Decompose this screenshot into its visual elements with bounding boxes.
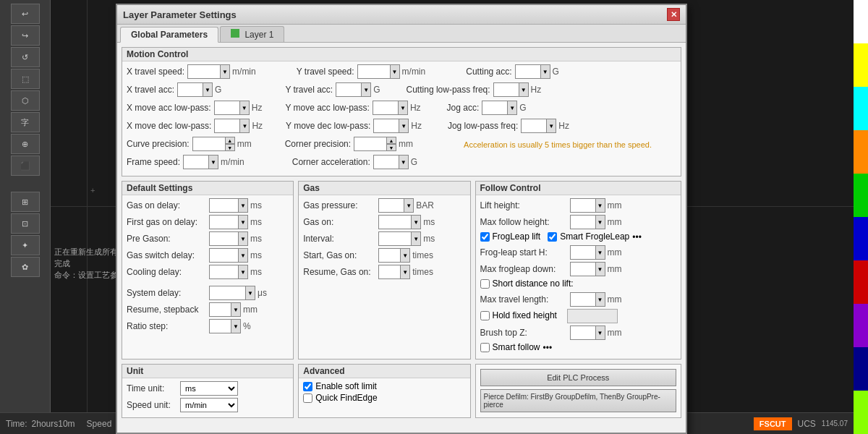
smart-follow-more[interactable]: ••• xyxy=(543,343,553,353)
color-red[interactable] xyxy=(854,260,868,304)
y-travel-speed-dropdown[interactable]: ▼ xyxy=(390,64,400,79)
cutting-low-pass-input[interactable]: 4 xyxy=(493,82,519,97)
smart-frogleap-checkbox[interactable] xyxy=(548,232,557,242)
x-travel-acc-input[interactable]: 1 xyxy=(177,82,203,97)
y-move-dec-dropdown[interactable]: ▼ xyxy=(399,119,409,133)
short-distance-label[interactable]: Short distance no lift: xyxy=(480,278,574,289)
toolbar-btn-1[interactable]: ↩ xyxy=(11,4,40,24)
toolbar-btn-10[interactable]: ⊡ xyxy=(11,213,40,234)
cutting-acc-input[interactable]: 2 xyxy=(515,64,540,79)
toolbar-btn-3[interactable]: ↺ xyxy=(11,47,40,67)
toolbar-btn-8[interactable]: ⬛ xyxy=(11,156,40,176)
color-dark-blue[interactable] xyxy=(854,347,868,391)
toolbar-btn-4[interactable]: ⬚ xyxy=(11,69,40,89)
max-follow-height-dropdown[interactable]: ▼ xyxy=(595,215,605,229)
resume-stepback-input[interactable]: 2 xyxy=(209,302,231,317)
cutting-low-pass-dropdown[interactable]: ▼ xyxy=(519,82,529,97)
interval-dropdown[interactable]: ▼ xyxy=(411,231,421,246)
gas-pressure-dropdown[interactable]: ▼ xyxy=(404,198,414,213)
edit-plc-button[interactable]: Edit PLC Process xyxy=(480,369,677,386)
time-unit-select[interactable]: ms xyxy=(180,381,238,396)
jog-low-pass-dropdown[interactable]: ▼ xyxy=(546,119,556,133)
y-move-acc-dropdown[interactable]: ▼ xyxy=(398,101,408,115)
y-move-acc-input[interactable]: 4 xyxy=(373,101,398,115)
enable-soft-limit-label[interactable]: Enable soft limit xyxy=(303,381,465,391)
toolbar-btn-6[interactable]: 字 xyxy=(11,112,40,132)
color-blue[interactable] xyxy=(854,217,868,260)
toolbar-btn-9[interactable]: ⊞ xyxy=(11,192,40,212)
toolbar-btn-11[interactable]: ✦ xyxy=(11,235,40,255)
close-button[interactable]: ✕ xyxy=(667,8,680,21)
x-travel-speed-input[interactable]: 50 xyxy=(187,64,220,79)
frog-leap-start-input[interactable]: 5 xyxy=(570,245,595,260)
system-delay-input[interactable]: 4214 xyxy=(209,286,245,300)
gas-on-input[interactable]: 2000 xyxy=(378,215,411,229)
smart-frogleap-more[interactable]: ••• xyxy=(632,232,642,242)
tab-global-parameters[interactable]: Global Parameters xyxy=(120,27,218,43)
interval-input[interactable]: 1000 xyxy=(378,231,411,246)
corner-precision-up[interactable]: ▲ xyxy=(386,137,396,144)
gas-pressure-input[interactable]: 5 xyxy=(378,198,404,213)
frog-leap-start-dropdown[interactable]: ▼ xyxy=(595,245,605,260)
cooling-delay-dropdown[interactable]: ▼ xyxy=(238,265,248,279)
hold-fixed-height-label[interactable]: Hold fixed height xyxy=(480,310,567,320)
resume-stepback-dropdown[interactable]: ▼ xyxy=(231,302,241,317)
pre-gason-dropdown[interactable]: ▼ xyxy=(238,231,248,246)
lift-height-dropdown[interactable]: ▼ xyxy=(595,198,605,213)
corner-precision-down[interactable]: ▼ xyxy=(386,144,396,151)
color-lime[interactable] xyxy=(854,391,868,434)
y-travel-acc-dropdown[interactable]: ▼ xyxy=(361,82,371,97)
cutting-acc-dropdown[interactable]: ▼ xyxy=(540,64,550,79)
color-purple[interactable] xyxy=(854,304,868,347)
speed-unit-select[interactable]: m/min xyxy=(180,398,238,412)
jog-acc-input[interactable]: 1.5 xyxy=(482,101,507,115)
fscut-button[interactable]: FSCUT xyxy=(754,417,792,430)
max-frogleap-down-dropdown[interactable]: ▼ xyxy=(595,262,605,276)
toolbar-btn-5[interactable]: ⬡ xyxy=(11,90,40,111)
color-cyan[interactable] xyxy=(854,87,868,130)
resume-gas-on-input[interactable]: 1 xyxy=(378,265,400,279)
lift-height-input[interactable]: 30 xyxy=(570,198,595,213)
first-gas-delay-input[interactable]: 150 xyxy=(209,215,238,229)
max-follow-height-input[interactable]: 8 xyxy=(570,215,595,229)
frame-speed-input[interactable]: 12 xyxy=(183,155,208,169)
max-travel-input[interactable]: 10 xyxy=(570,292,595,307)
quick-find-edge-checkbox[interactable] xyxy=(303,393,312,403)
toolbar-btn-7[interactable]: ⊕ xyxy=(11,134,40,154)
gas-on-delay-dropdown[interactable]: ▼ xyxy=(238,198,248,213)
color-white[interactable] xyxy=(854,0,868,43)
gas-switch-dropdown[interactable]: ▼ xyxy=(238,248,248,263)
y-travel-acc-input[interactable]: 1 xyxy=(336,82,361,97)
x-move-acc-dropdown[interactable]: ▼ xyxy=(239,101,250,115)
system-delay-dropdown[interactable]: ▼ xyxy=(245,286,255,300)
enable-soft-limit-checkbox[interactable] xyxy=(303,382,312,391)
pre-gason-input[interactable]: 150 xyxy=(209,231,238,246)
max-travel-dropdown[interactable]: ▼ xyxy=(595,292,605,307)
color-green[interactable] xyxy=(854,174,868,217)
gas-on-delay-input[interactable]: 150 xyxy=(209,198,238,213)
first-gas-delay-dropdown[interactable]: ▼ xyxy=(238,215,248,229)
pierce-defilm-button[interactable]: Pierce Defilm: FirstBy GroupDefilm, Then… xyxy=(480,389,677,412)
jog-acc-dropdown[interactable]: ▼ xyxy=(507,101,517,115)
brush-top-z-input[interactable]: 0 xyxy=(570,326,595,340)
corner-acc-dropdown[interactable]: ▼ xyxy=(399,155,409,169)
corner-precision-input[interactable]: 0.10 xyxy=(354,137,386,151)
gas-switch-input[interactable]: 150 xyxy=(209,248,238,263)
smart-frogleap-label[interactable]: Smart FrogleLeap xyxy=(548,231,629,242)
curve-precision-input[interactable]: 0.05 xyxy=(192,137,225,151)
y-move-dec-input[interactable]: 4 xyxy=(373,119,399,133)
hold-fixed-height-checkbox[interactable] xyxy=(480,311,490,320)
curve-precision-down[interactable]: ▼ xyxy=(225,144,235,151)
brush-top-z-dropdown[interactable]: ▼ xyxy=(595,326,605,340)
tab-layer1[interactable]: Layer 1 xyxy=(220,26,284,42)
x-move-dec-input[interactable]: 4 xyxy=(214,119,239,133)
resume-gas-on-dropdown[interactable]: ▼ xyxy=(400,265,410,279)
max-frogleap-down-input[interactable]: 5 xyxy=(570,262,595,276)
y-travel-speed-input[interactable]: 50 xyxy=(357,64,390,79)
start-gas-on-dropdown[interactable]: ▼ xyxy=(400,248,410,263)
x-move-dec-dropdown[interactable]: ▼ xyxy=(239,119,250,133)
x-travel-acc-dropdown[interactable]: ▼ xyxy=(203,82,213,97)
color-yellow[interactable] xyxy=(854,43,868,87)
curve-precision-up[interactable]: ▲ xyxy=(225,137,235,144)
start-gas-on-input[interactable]: 3 xyxy=(378,248,400,263)
